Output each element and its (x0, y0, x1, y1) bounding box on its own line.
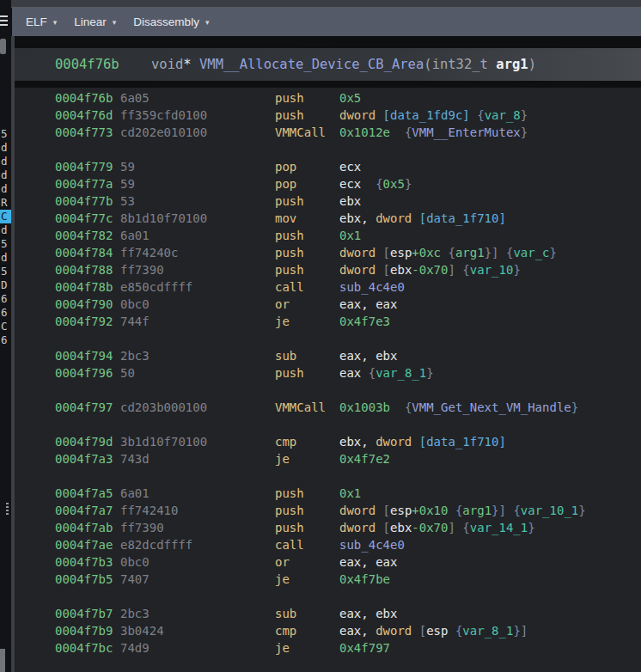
asm-line[interactable]: 0004f76dff359cfd0100pushdword [data_1fd9… (15, 107, 641, 124)
sidebar-row[interactable]: 6 (0, 333, 11, 347)
asm-token (390, 125, 405, 139)
asm-token: ecx (339, 160, 361, 174)
asm-mnemonic: sub (275, 347, 339, 364)
asm-token: , (361, 435, 375, 449)
asm-mnemonic: je (275, 450, 339, 467)
asm-token: dword (339, 108, 375, 122)
asm-token: , (361, 297, 375, 311)
menu-icon[interactable] (0, 15, 8, 27)
sidebar-row[interactable]: d (0, 223, 11, 237)
asm-line[interactable]: 0004f77c8b1d10f70100movebx, dword [data_… (15, 210, 641, 227)
asm-token: } (513, 624, 520, 638)
sidebar-row[interactable]: 5 (0, 237, 11, 251)
sidebar-row[interactable]: d (0, 182, 11, 196)
sidebar-row[interactable]: 5 (0, 127, 11, 141)
asm-line[interactable]: 0004f7a56a01push0x1 (15, 485, 641, 502)
asm-line[interactable]: 0004f77a59popecx {0x5} (15, 175, 641, 192)
sidebar-row-selected[interactable]: C (0, 210, 11, 223)
asm-token: VMM_Get_Next_VM_Handle (412, 400, 571, 414)
asm-operands: ebx, dword [data_1f710] (339, 435, 506, 449)
sidebar-row[interactable]: D (0, 278, 11, 292)
sidebar-row[interactable]: C (0, 320, 11, 333)
asm-line[interactable]: 0004f784ff74240cpushdword [esp+0xc {arg1… (15, 244, 641, 261)
asm-line[interactable]: 0004f78be850cdffffcallsub_4c4e0 (15, 278, 641, 296)
sidebar-row[interactable]: 6 (0, 306, 11, 320)
asm-bytes: ff7390 (120, 261, 275, 278)
asm-token: [ (383, 521, 390, 535)
asm-line[interactable]: 0004f7a7ff742410pushdword [esp+0x10 {arg… (15, 502, 641, 519)
asm-line[interactable]: 0004f773cd202e010100VMMCall0x1012e {VMM_… (15, 124, 641, 141)
sidebar-row[interactable]: d (0, 251, 11, 265)
function-signature: 0004f76b void* VMM__Allocate_Device_CB_A… (15, 57, 536, 72)
asm-operands: eax, dword [esp {var_8_1}] (339, 624, 528, 638)
linear-view[interactable]: 0004f76b6a05push0x50004f76dff359cfd0100p… (15, 88, 641, 672)
asm-token: esp (426, 624, 448, 638)
asm-line[interactable]: 0004f7bc74d9je0x4f797 (15, 639, 641, 657)
asm-line[interactable]: 0004f7b57407je0x4f7be (15, 571, 641, 588)
asm-token: dword (375, 435, 412, 449)
asm-token (119, 57, 151, 72)
asm-token: 0x5 (383, 177, 405, 191)
asm-operands: dword [esp+0xc {arg1}] {var_c} (339, 246, 557, 260)
asm-bytes: 6a05 (120, 89, 275, 107)
sidebar-row[interactable]: d (0, 155, 11, 168)
sidebar-row[interactable]: d (0, 141, 11, 155)
sidebar-row[interactable]: R (0, 196, 11, 210)
asm-token: ] (499, 504, 506, 517)
asm-token (412, 624, 418, 638)
asm-token (448, 624, 455, 638)
asm-bytes: 53 (120, 192, 275, 210)
asm-token: 0x1 (339, 486, 361, 500)
asm-token (412, 435, 418, 449)
asm-address: 0004f790 (55, 296, 120, 313)
sidebar-row[interactable]: d (0, 168, 11, 182)
asm-token: eax (375, 297, 397, 311)
il-level-dropdown[interactable]: Disassembly ▾ (125, 8, 217, 36)
asm-line[interactable]: 0004f7abff7390pushdword [ebx-0x70] {var_… (15, 519, 641, 536)
asm-line[interactable]: 0004f788ff7390pushdword [ebx-0x70] {var_… (15, 261, 641, 278)
asm-mnemonic: push (275, 89, 339, 107)
asm-line[interactable]: 0004f7b93b0424cmpeax, dword [esp {var_8_… (15, 622, 641, 639)
asm-line[interactable]: 0004f7942bc3subeax, ebx (15, 347, 641, 364)
asm-address: 0004f76d (55, 107, 120, 124)
binary-format-dropdown[interactable]: ELF ▾ (17, 8, 65, 36)
asm-token: , (361, 211, 375, 225)
asm-bytes: 2bc3 (120, 605, 275, 622)
asm-mnemonic: push (275, 485, 339, 502)
asm-token (375, 521, 382, 535)
asm-operands: eax, eax (339, 555, 397, 569)
asm-line[interactable]: 0004f7a3743dje0x4f7e2 (15, 450, 641, 467)
view-layout-dropdown[interactable]: Linear ▾ (65, 8, 125, 36)
asm-line[interactable]: 0004f77959popecx (15, 158, 641, 175)
asm-line[interactable]: 0004f77b53pushebx (15, 192, 641, 210)
asm-address: 0004f77a (55, 175, 120, 192)
asm-line[interactable]: 0004f797cd203b000100VMMCall0x1003b {VMM_… (15, 399, 641, 416)
asm-token: } (521, 108, 528, 122)
asm-line[interactable]: 0004f7900bc0oreax, eax (15, 296, 641, 313)
asm-token: var_8_1 (375, 366, 426, 380)
splitter-drag-dots-icon[interactable] (6, 503, 9, 516)
sidebar-row[interactable]: 6 (0, 292, 11, 306)
asm-mnemonic: VMMCall (275, 399, 339, 416)
sidebar-row[interactable]: 5 (0, 265, 11, 278)
view-layout-label: Linear (74, 15, 107, 28)
asm-line[interactable]: 0004f7aee82dcdffffcallsub_4c4e0 (15, 536, 641, 553)
panel-splitter[interactable] (11, 36, 15, 672)
asm-address: 0004f77c (55, 210, 120, 227)
asm-address: 0004f797 (55, 399, 120, 416)
sidebar-scrollbar-thumb[interactable] (0, 649, 5, 672)
asm-operands: 0x1 (339, 486, 361, 500)
asm-line[interactable]: 0004f7b72bc3subeax, ebx (15, 605, 641, 622)
asm-token: 0x4f7e2 (339, 452, 390, 466)
asm-line[interactable]: 0004f792744fje0x4f7e3 (15, 313, 641, 330)
asm-line[interactable]: 0004f7b30bc0oreax, eax (15, 553, 641, 571)
asm-line[interactable]: 0004f79d3b1d10f70100cmpebx, dword [data_… (15, 433, 641, 450)
asm-line[interactable]: 0004f7826a01push0x1 (15, 227, 641, 244)
function-header-band[interactable]: 0004f76b void* VMM__Allocate_Device_CB_A… (15, 48, 641, 81)
sidebar-scrollbar-top-handle[interactable] (0, 39, 6, 54)
asm-line[interactable]: 0004f76b6a05push0x5 (15, 89, 641, 107)
asm-line[interactable]: 0004f79650pusheax {var_8_1} (15, 364, 641, 382)
asm-address: 0004f7b5 (55, 571, 120, 588)
asm-operands: dword [ebx-0x70] {var_10} (339, 263, 521, 277)
asm-bytes: 6a01 (120, 227, 275, 244)
